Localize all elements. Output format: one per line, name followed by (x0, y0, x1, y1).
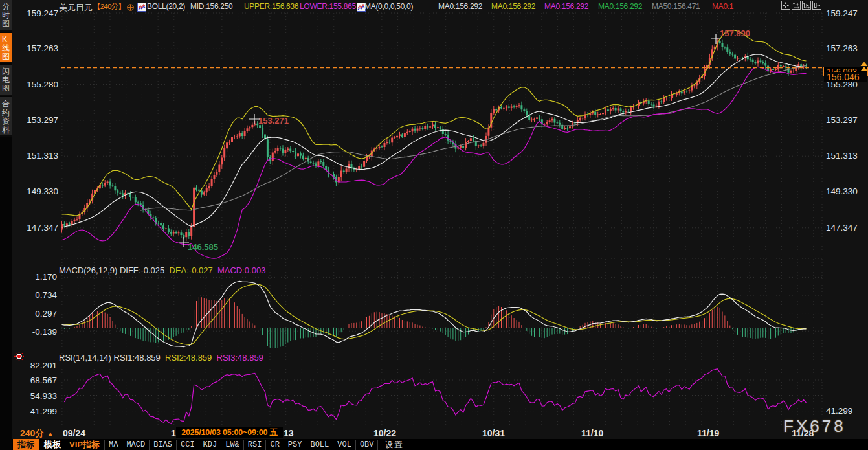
svg-text:157.263: 157.263 (826, 43, 858, 53)
svg-text:54.933: 54.933 (30, 391, 57, 401)
svg-text:149.330: 149.330 (826, 186, 858, 196)
svg-text:153.297: 153.297 (826, 115, 858, 125)
svg-text:153.297: 153.297 (27, 115, 58, 125)
svg-text:157.263: 157.263 (27, 43, 58, 53)
svg-text:147.347: 147.347 (27, 223, 58, 232)
svg-text:41.299: 41.299 (30, 407, 57, 416)
svg-text:151.313: 151.313 (826, 151, 858, 161)
svg-text:68.567: 68.567 (30, 376, 57, 385)
svg-text:151.313: 151.313 (27, 151, 58, 161)
svg-text:0.734: 0.734 (35, 290, 57, 300)
svg-text:147.347: 147.347 (826, 223, 858, 232)
svg-text:82.201: 82.201 (30, 361, 57, 370)
svg-text:0.297: 0.297 (35, 309, 57, 319)
svg-text:155.280: 155.280 (27, 80, 58, 89)
svg-text:1.170: 1.170 (35, 272, 57, 282)
svg-text:41.299: 41.299 (826, 406, 852, 416)
svg-text:-0.139: -0.139 (32, 327, 57, 337)
svg-text:149.330: 149.330 (27, 186, 58, 196)
